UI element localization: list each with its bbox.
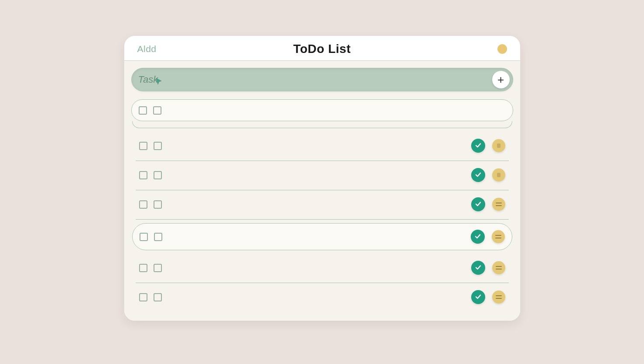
task-checkbox-secondary[interactable] <box>153 106 161 115</box>
task-left <box>137 171 168 179</box>
secondary-action-button[interactable] <box>492 290 505 304</box>
check-icon <box>475 200 482 209</box>
task-actions <box>471 230 507 244</box>
secondary-action-button[interactable] <box>492 230 505 243</box>
task-checkbox-primary[interactable] <box>139 293 147 301</box>
complete-button[interactable] <box>471 290 485 304</box>
complete-button[interactable] <box>471 139 485 153</box>
complete-button[interactable] <box>471 230 485 244</box>
header: Aldd ToDo List <box>124 36 520 61</box>
task-left <box>137 106 168 115</box>
task-list <box>131 128 513 312</box>
status-dot-icon[interactable] <box>497 44 507 54</box>
header-left-label: Aldd <box>137 44 157 54</box>
task-checkbox-primary[interactable] <box>139 264 147 272</box>
task-actions <box>471 139 507 153</box>
task-checkbox-secondary[interactable] <box>154 142 162 150</box>
task-row[interactable] <box>136 254 509 283</box>
content-area: Task + <box>124 61 520 321</box>
task-checkbox-secondary[interactable] <box>154 171 162 179</box>
task-row[interactable] <box>132 223 512 250</box>
secondary-action-button[interactable] <box>492 139 505 152</box>
task-checkbox-primary[interactable] <box>139 171 147 179</box>
add-task-placeholder: Task <box>138 74 164 85</box>
task-checkbox-secondary[interactable] <box>154 264 162 272</box>
add-task-button[interactable]: + <box>492 71 510 88</box>
secondary-action-button[interactable] <box>492 198 505 211</box>
task-left <box>138 233 168 241</box>
check-icon <box>475 171 482 179</box>
task-left <box>137 142 168 150</box>
task-checkbox-primary[interactable] <box>139 106 147 115</box>
secondary-action-button[interactable] <box>492 168 505 182</box>
cursor-icon <box>155 77 163 84</box>
task-row[interactable] <box>131 99 513 121</box>
task-actions <box>471 168 507 182</box>
complete-button[interactable] <box>471 197 485 211</box>
task-row[interactable] <box>136 161 509 190</box>
task-checkbox-primary[interactable] <box>140 233 148 241</box>
check-icon <box>475 142 482 150</box>
check-icon <box>475 264 482 272</box>
task-left <box>137 264 168 272</box>
task-checkbox-primary[interactable] <box>139 142 147 150</box>
action-icon <box>497 173 500 177</box>
page-title: ToDo List <box>293 42 351 56</box>
check-icon <box>475 293 482 301</box>
task-checkbox-secondary[interactable] <box>154 233 162 241</box>
add-task-input-wrapper[interactable]: Task + <box>131 68 513 91</box>
task-checkbox-secondary[interactable] <box>154 293 162 301</box>
todo-card: Aldd ToDo List Task + <box>124 36 520 321</box>
complete-button[interactable] <box>471 168 485 182</box>
complete-button[interactable] <box>471 261 485 275</box>
plus-icon: + <box>497 74 504 85</box>
task-row[interactable] <box>136 190 509 220</box>
secondary-action-button[interactable] <box>492 261 505 274</box>
task-checkbox-secondary[interactable] <box>154 200 162 209</box>
task-row-spacer <box>132 121 512 128</box>
task-actions <box>471 197 507 211</box>
task-row[interactable] <box>136 132 509 161</box>
action-icon <box>497 144 500 148</box>
task-left <box>137 293 168 301</box>
task-row[interactable] <box>136 283 509 312</box>
task-left <box>137 200 168 209</box>
check-icon <box>474 233 481 241</box>
task-checkbox-primary[interactable] <box>139 200 147 209</box>
task-actions <box>471 261 507 275</box>
task-actions <box>471 290 507 304</box>
